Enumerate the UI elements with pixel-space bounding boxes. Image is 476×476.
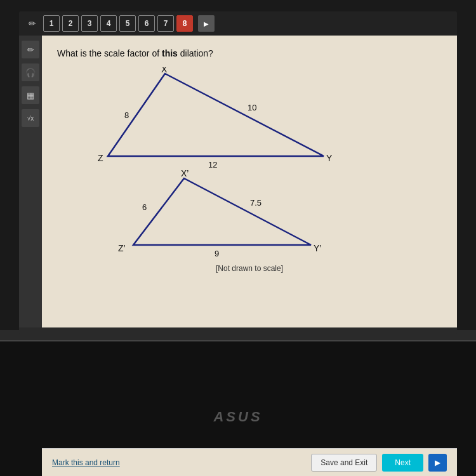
question-btn-6[interactable]: 6 [138,15,155,32]
t1-label-y: Y [326,153,333,163]
mark-return-link[interactable]: Mark this and return [52,458,120,467]
question-btn-2[interactable]: 2 [62,15,79,32]
t1-label-x: X [161,67,168,74]
t2-side-top: 7.5 [250,198,261,208]
svg-marker-1 [133,178,311,245]
t2-label-x: X’ [181,168,188,178]
next-arrow-button[interactable]: ▶ [428,454,447,472]
t1-side-top: 10 [248,103,256,112]
calculator-icon[interactable]: ▦ [22,86,39,104]
question-btn-3[interactable]: 3 [81,15,98,32]
left-sidebar: ✏ 🎧 ▦ √x [19,36,42,327]
main-content: What is the scale factor of this dilatio… [42,36,457,327]
triangles-diagram: X Z Y 8 10 12 X’ Z’ Y’ 6 7.5 9 [57,67,387,264]
formula-icon[interactable]: √x [22,109,39,127]
t1-label-z: Z [98,153,103,163]
t1-side-bottom: 12 [208,160,217,169]
t2-side-bottom: 9 [215,249,219,258]
question-btn-8[interactable]: 8 [176,15,193,32]
question-btn-1[interactable]: 1 [43,15,60,32]
bottom-bar: Mark this and return Save and Exit Next … [42,448,457,476]
pencil-tool-icon[interactable]: ✏ [22,41,39,58]
t2-side-left: 6 [142,202,147,212]
t1-side-left: 8 [124,110,129,120]
save-exit-button[interactable]: Save and Exit [311,454,377,472]
t2-label-z: Z’ [118,243,126,253]
bottom-buttons: Save and Exit Next ▶ [311,454,447,472]
question-btn-7[interactable]: 7 [157,15,174,32]
toolbar: ✏ 1 2 3 4 5 6 7 8 ▶ [19,11,457,36]
play-button[interactable]: ▶ [198,15,215,32]
question-btn-4[interactable]: 4 [100,15,117,32]
t2-label-y: Y’ [314,243,321,253]
pencil-icon[interactable]: ✏ [24,15,41,32]
svg-marker-0 [108,74,324,156]
question-btn-5[interactable]: 5 [119,15,136,32]
next-button[interactable]: Next [382,454,423,472]
brand-logo: ASUS [213,409,262,425]
headphone-icon[interactable]: 🎧 [22,63,39,81]
diagram-container: X Z Y 8 10 12 X’ Z’ Y’ 6 7.5 9 [57,67,442,270]
question-text: What is the scale factor of this dilatio… [57,48,442,58]
